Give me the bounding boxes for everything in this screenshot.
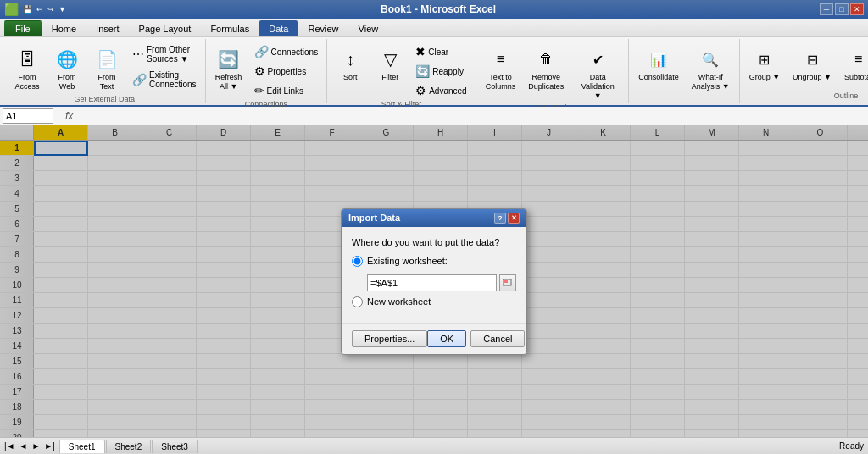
tab-home[interactable]: Home (42, 20, 86, 36)
btn-from-text[interactable]: 📄 FromText (88, 42, 125, 95)
btn-connections[interactable]: 🔗 Connections (250, 42, 323, 61)
formula-divider (58, 109, 58, 123)
dialog-question: Where do you want to put the data? (352, 237, 516, 247)
btn-consolidate[interactable]: 📊 Consolidate (633, 42, 684, 86)
properties-icon: ⚙ (254, 64, 265, 78)
qat-undo[interactable]: ↩ (36, 5, 43, 14)
title-bar-controls: ─ □ ✕ (820, 3, 864, 15)
tab-file[interactable]: File (4, 20, 42, 36)
text-to-columns-icon: ≡ (487, 46, 514, 73)
new-worksheet-radio[interactable] (352, 296, 363, 307)
btn-properties[interactable]: ⚙ Properties (250, 62, 323, 80)
from-text-icon: 📄 (93, 46, 120, 73)
dialog-close-btn[interactable]: ✕ (508, 213, 520, 224)
btn-subtotal[interactable]: ≡ Subtotal (839, 42, 868, 86)
btn-from-web-label: FromWeb (58, 73, 76, 91)
dialog-help-btn[interactable]: ? (494, 213, 506, 224)
subtotal-icon: ≡ (845, 46, 868, 73)
tab-data[interactable]: Data (259, 20, 298, 36)
btn-clear[interactable]: ✖ Clear (411, 42, 470, 61)
btn-from-other-sources[interactable]: ⋯ From OtherSources ▼ (128, 42, 201, 66)
advanced-icon: ⚙ (415, 84, 426, 97)
group-get-external-data-content: 🗄 FromAccess 🌐 FromWeb 📄 FromText ⋯ From… (8, 41, 201, 95)
btn-remove-duplicates[interactable]: 🗑 RemoveDuplicates (523, 42, 569, 95)
btn-advanced[interactable]: ⚙ Advanced (411, 81, 470, 100)
btn-refresh-all[interactable]: 🔄 RefreshAll ▼ (210, 42, 248, 95)
btn-from-other-sources-label: From OtherSources ▼ (147, 45, 190, 64)
sort-filter-col: ✖ Clear 🔄 Reapply ⚙ Advanced (411, 42, 470, 100)
sheet-nav-next[interactable]: ► (30, 441, 42, 451)
tab-view[interactable]: View (349, 20, 388, 36)
btn-edit-links[interactable]: ✏ Edit Links (250, 81, 323, 100)
sheet-tab-2[interactable]: Sheet2 (106, 440, 152, 453)
window-close[interactable]: ✕ (850, 3, 864, 15)
cell-input-row (367, 274, 516, 291)
qat-dropdown[interactable]: ▼ (58, 5, 66, 14)
group-analysis: 📊 Consolidate 🔍 What-IfAnalysis ▼ (629, 39, 739, 103)
window-title: Book1 - Microsoft Excel (4, 3, 868, 15)
cell-selector-btn[interactable] (499, 274, 516, 291)
btn-filter[interactable]: ▽ Filter (371, 42, 409, 86)
btn-from-text-label: FromText (98, 73, 116, 91)
sheet-tab-3[interactable]: Sheet3 (152, 440, 198, 453)
title-bar-left: 🟩 💾 ↩ ↪ ▼ (4, 3, 66, 16)
tab-insert[interactable]: Insert (86, 20, 129, 36)
window-restore[interactable]: □ (835, 3, 849, 15)
btn-ungroup[interactable]: ⊟ Ungroup ▼ (787, 42, 837, 86)
edit-links-icon: ✏ (254, 84, 264, 97)
status-right: Ready (198, 441, 868, 451)
btn-reapply[interactable]: 🔄 Reapply (411, 62, 470, 80)
consolidate-icon: 📊 (645, 46, 672, 73)
sheet-tabs: Sheet1 Sheet2 Sheet3 (59, 440, 198, 453)
sheet-nav-first[interactable]: |◄ (3, 441, 17, 451)
tab-review[interactable]: Review (298, 20, 348, 36)
from-other-sources-icon: ⋯ (132, 47, 144, 61)
bottom-bar: |◄ ◄ ► ►| Sheet1 Sheet2 Sheet3 Ready (0, 437, 868, 454)
group-icon: ⊞ (751, 46, 778, 73)
title-bar: 🟩 💾 ↩ ↪ ▼ Book1 - Microsoft Excel ─ □ ✕ (0, 0, 868, 19)
reapply-icon: 🔄 (415, 64, 430, 78)
btn-from-access-label: FromAccess (14, 73, 39, 91)
tab-formulas[interactable]: Formulas (201, 20, 259, 36)
fx-label: fx (65, 110, 73, 122)
btn-sort-label: Sort (343, 73, 358, 82)
btn-data-validation[interactable]: ✔ DataValidation ▼ (571, 42, 624, 103)
qat-save[interactable]: 💾 (23, 5, 32, 14)
dialog-ok-btn[interactable]: OK (427, 330, 466, 347)
group-sort-filter-content: ↕ Sort ▽ Filter ✖ Clear 🔄 Reapply (331, 41, 470, 100)
sheet-nav-prev[interactable]: ◄ (18, 441, 30, 451)
btn-group[interactable]: ⊞ Group ▼ (744, 42, 785, 86)
btn-connections-label: Connections (271, 47, 319, 57)
dialog-cancel-btn[interactable]: Cancel (470, 330, 525, 347)
group-analysis-content: 📊 Consolidate 🔍 What-IfAnalysis ▼ (633, 41, 734, 100)
btn-from-access[interactable]: 🗄 FromAccess (8, 42, 46, 95)
cell-reference-input[interactable] (367, 274, 497, 291)
btn-existing-connections-label: ExistingConnections (149, 70, 197, 89)
what-if-icon: 🔍 (697, 46, 724, 73)
group-connections: 🔄 RefreshAll ▼ 🔗 Connections ⚙ Propertie… (206, 39, 328, 103)
dialog-title: Import Data (348, 213, 400, 223)
dialog-titlebar-controls: ? ✕ (494, 213, 520, 224)
btn-sort[interactable]: ↕ Sort (331, 42, 369, 86)
excel-logo-icon: 🟩 (4, 3, 19, 16)
existing-worksheet-radio[interactable] (352, 256, 363, 267)
group-sort-filter: ↕ Sort ▽ Filter ✖ Clear 🔄 Reapply (327, 39, 476, 103)
cell-selector-icon (503, 279, 513, 287)
window-minimize[interactable]: ─ (820, 3, 833, 15)
qat-redo[interactable]: ↪ (47, 5, 54, 14)
sheet-nav-last[interactable]: ►| (42, 441, 57, 451)
btn-existing-connections[interactable]: 🔗 ExistingConnections (128, 68, 201, 91)
sheet-tab-1[interactable]: Sheet1 (59, 440, 105, 453)
remove-duplicates-icon: 🗑 (532, 46, 559, 73)
group-outline: ⊞ Group ▼ ⊟ Ungroup ▼ ≡ Subtotal ▲ Show … (740, 39, 868, 103)
tab-page-layout[interactable]: Page Layout (130, 20, 201, 36)
btn-what-if[interactable]: 🔍 What-IfAnalysis ▼ (687, 42, 735, 95)
data-validation-icon: ✔ (584, 46, 611, 73)
dialog-properties-btn[interactable]: Properties... (352, 330, 427, 347)
connections-icon: 🔗 (254, 45, 269, 58)
btn-text-to-columns[interactable]: ≡ Text toColumns (481, 42, 521, 95)
dialog-radio-group: Existing worksheet: (352, 256, 516, 307)
formula-input[interactable] (78, 108, 865, 124)
btn-from-web[interactable]: 🌐 FromWeb (48, 42, 86, 95)
cell-reference-box[interactable]: A1 (3, 108, 53, 124)
